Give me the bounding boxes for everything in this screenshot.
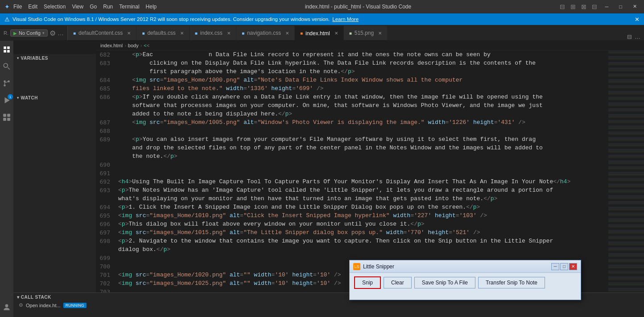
activity-bar: 1 — [0, 41, 13, 317]
learn-more-link[interactable]: Learn More — [332, 16, 359, 22]
code-line: <h4>Using The Built In Image Capture Too… — [116, 177, 608, 186]
menu-selection[interactable]: Selection — [44, 4, 66, 10]
code-line: added to the note is being displayed her… — [116, 110, 608, 118]
code-line: first paragraph above the image's locati… — [116, 67, 608, 76]
variables-label: VARIABLES — [21, 56, 49, 61]
snipper-close-button[interactable]: ✕ — [569, 263, 577, 270]
snipper-titlebar: LS Little Snipper ─ □ ✕ — [350, 260, 581, 273]
clear-button[interactable]: Clear — [384, 277, 412, 288]
watch-header[interactable]: ▾ WATCH — [13, 94, 96, 102]
code-line: software that processes images on your c… — [116, 101, 608, 110]
tab-bar: R. ▶ No Config ▾ ⚙ … ■ defaultContent.cs… — [0, 25, 644, 41]
source-control-icon[interactable] — [1, 78, 12, 89]
svg-point-14 — [5, 304, 8, 307]
window-controls: ⊟ ⊞ ⊠ ⊟ ─ □ ✕ — [560, 3, 640, 10]
tab-actions: ⊟ … — [623, 33, 644, 40]
menu-edit[interactable]: Edit — [28, 4, 37, 10]
explorer-icon[interactable] — [1, 44, 12, 55]
debug-config[interactable]: ▶ No Config ▾ — [10, 29, 48, 37]
snipper-minimize-button[interactable]: ─ — [551, 263, 559, 270]
extensions-icon[interactable] — [1, 112, 12, 123]
menu-file[interactable]: File — [13, 4, 22, 10]
breadcrumb-file[interactable]: index.html — [100, 43, 123, 48]
more-tabs-icon[interactable]: … — [635, 33, 640, 40]
variables-header[interactable]: ▾ VARIABLES — [13, 54, 96, 62]
layout4-icon: ⊟ — [592, 3, 597, 10]
vscode-logo-icon: ✦ — [4, 3, 10, 10]
css-file-icon: ■ — [142, 31, 144, 36]
html-file-icon: ■ — [300, 31, 303, 36]
tab-defaultcontent-css[interactable]: ■ defaultContent.css ✕ — [68, 26, 136, 40]
split-editor-icon[interactable]: ⊟ — [627, 33, 632, 40]
warning-icon: ⚠ — [4, 16, 10, 23]
svg-rect-12 — [3, 118, 6, 121]
code-line: <p>The Notes Window has an 'Image Captur… — [116, 186, 608, 194]
code-line: <img src="images_Home/1000.png" alt="Not… — [116, 76, 608, 84]
code-line — [116, 127, 608, 135]
layout-icon: ⊟ — [560, 3, 565, 10]
dropdown-icon: ▾ — [42, 31, 45, 35]
code-line: <p>If you double click anywhere on a Dat… — [116, 93, 608, 101]
update-bar: ⚠ Visual Studio Code on Windows 8.1 / Wi… — [0, 13, 644, 25]
minimap — [608, 50, 644, 317]
running-badge: RUNNING — [63, 303, 87, 308]
svg-line-5 — [8, 67, 10, 70]
snipper-restore-button[interactable]: □ — [560, 263, 568, 270]
menu-run[interactable]: Run — [103, 4, 113, 10]
tab-index-html[interactable]: ■ index.html ✕ — [295, 26, 344, 40]
snipper-window-controls: ─ □ ✕ — [551, 263, 577, 270]
run-debug-icon[interactable]: 1 — [1, 95, 12, 106]
transfer-snip-button[interactable]: Transfer Snip To Note — [478, 277, 545, 288]
img-file-icon: ■ — [349, 31, 352, 36]
close-button[interactable]: ✕ — [630, 3, 640, 10]
svg-rect-3 — [7, 50, 10, 53]
close-tab-icon[interactable]: ✕ — [334, 31, 338, 36]
title-bar: ✦ File Edit Selection View Go Run Termin… — [0, 0, 644, 13]
maximize-button[interactable]: □ — [616, 3, 625, 10]
code-line: dialog box.</p> — [116, 245, 608, 254]
more-icon[interactable]: … — [58, 29, 64, 37]
close-tab-icon[interactable]: ✕ — [378, 31, 382, 36]
snipper-dialog: LS Little Snipper ─ □ ✕ Snip Clear Save … — [349, 260, 581, 300]
menu-help[interactable]: Help — [146, 4, 157, 10]
menu-terminal[interactable]: Terminal — [119, 4, 139, 10]
close-tab-icon[interactable]: ✕ — [285, 31, 289, 36]
tab-index-css[interactable]: ■ index.css ✕ — [190, 26, 236, 40]
css-file-icon: ■ — [195, 31, 198, 36]
menu-go[interactable]: Go — [90, 4, 97, 10]
save-snip-button[interactable]: Save Snip To A File — [414, 277, 475, 288]
search-icon[interactable] — [1, 61, 12, 72]
tab-defaults-css[interactable]: ■ defaults.css ✕ — [136, 26, 189, 40]
snipper-app-icon: LS — [353, 263, 360, 270]
tab-navigation-css[interactable]: ■ navigation.css ✕ — [236, 26, 295, 40]
snip-button[interactable]: Snip — [354, 276, 381, 289]
minimize-button[interactable]: ─ — [603, 3, 611, 10]
collapse-icon: ▾ — [17, 56, 19, 60]
breadcrumb-sep2: › — [140, 43, 142, 48]
code-line: <p>2. Navigate to the window that contai… — [116, 237, 608, 245]
close-tab-icon[interactable]: ✕ — [127, 31, 131, 36]
menu-view[interactable]: View — [72, 4, 83, 10]
code-line: <img src="images_Home/1010.png" alt="Cli… — [116, 211, 608, 220]
code-line — [116, 169, 608, 177]
close-tab-icon[interactable]: ✕ — [227, 31, 231, 36]
breadcrumb-body[interactable]: body — [128, 43, 139, 48]
call-stack-item[interactable]: ⚙ Open index.ht... RUNNING — [13, 301, 644, 309]
svg-rect-1 — [7, 46, 10, 49]
tab-515-png[interactable]: ■ 515.png ✕ — [344, 26, 388, 40]
close-tab-icon[interactable]: ✕ — [180, 31, 184, 36]
snipper-body: Snip Clear Save Snip To A File Transfer … — [350, 273, 581, 292]
accounts-icon[interactable] — [1, 302, 12, 313]
svg-rect-11 — [7, 114, 10, 117]
collapse-icon: ▾ — [17, 96, 19, 100]
update-close-button[interactable]: ✕ — [635, 16, 640, 23]
snipper-title-left: LS Little Snipper — [353, 263, 394, 270]
settings-icon[interactable]: ⚙ — [50, 29, 56, 37]
code-line: <p>This dialog box will float above ever… — [116, 220, 608, 228]
update-message: Visual Studio Code on Windows 8.1 / Wind… — [12, 16, 330, 22]
svg-rect-13 — [7, 118, 10, 121]
snipper-title-text: Little Snipper — [363, 263, 394, 270]
call-stack-file: Open index.ht... — [26, 303, 61, 308]
code-line: the note.</p> — [116, 152, 608, 161]
title-left: ✦ File Edit Selection View Go Run Termin… — [4, 3, 157, 10]
